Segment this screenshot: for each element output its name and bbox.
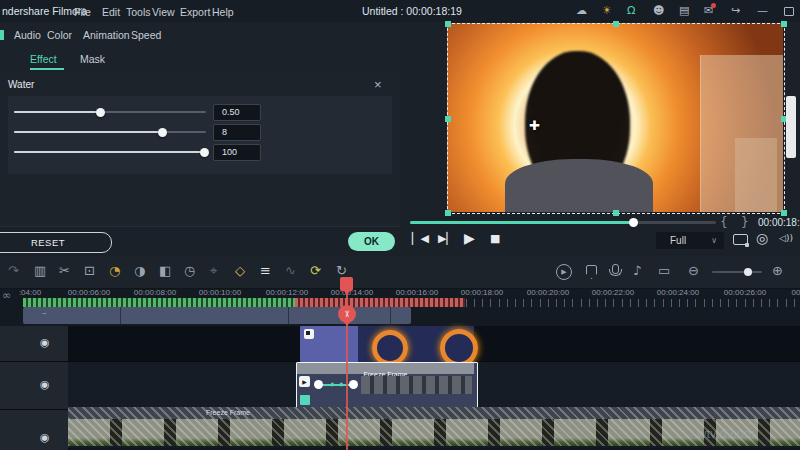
keyframe-diamond[interactable]: ◆ xyxy=(330,381,335,387)
keyframe-dot[interactable] xyxy=(314,380,323,389)
audio-mixer-icon[interactable]: ♪ xyxy=(633,264,641,277)
previous-frame-button[interactable]: ▏◀ xyxy=(412,232,429,245)
minimize-icon[interactable]: — xyxy=(757,5,768,16)
display-icon[interactable] xyxy=(733,234,748,245)
effect-value-field[interactable]: 0.50 xyxy=(213,104,261,121)
keyframe-icon[interactable]: ◇ xyxy=(235,264,245,277)
duration-icon[interactable]: ◷ xyxy=(184,264,195,277)
reverse-icon[interactable]: ↻ xyxy=(336,264,347,277)
menu-file[interactable]: File xyxy=(74,6,91,18)
preview-panel: ✚ { } 00:00:18:19 ▏◀▶▏▶■ Full ∨ ◎ ◁)) xyxy=(400,22,800,256)
keyframe-diamond[interactable]: ◆ xyxy=(339,381,344,387)
seek-handle[interactable] xyxy=(629,218,638,227)
playhead-handle[interactable] xyxy=(340,277,353,291)
stop-button[interactable]: ■ xyxy=(490,232,500,245)
tab-mask[interactable]: Mask xyxy=(80,53,105,65)
effect-value-field[interactable]: 100 xyxy=(213,144,261,161)
split-scissors-icon[interactable]: ✂ xyxy=(338,305,356,323)
reset-button[interactable]: RESET xyxy=(0,232,112,253)
keyframe-dot[interactable] xyxy=(349,380,358,389)
adjust-icon[interactable]: ≡ xyxy=(260,264,271,277)
freeze-frame-clip-selected[interactable]: Freeze Frame ▶ ◆ ◆ xyxy=(296,362,478,410)
effect-panel: Water × 0.508100 xyxy=(0,72,401,226)
support-icon[interactable]: Ω xyxy=(627,5,635,16)
ruler-label: 00:00:16:00 xyxy=(396,288,438,297)
selection-handle[interactable] xyxy=(445,210,451,216)
menu-help[interactable]: Help xyxy=(212,6,234,18)
selection-frame[interactable] xyxy=(447,23,785,214)
account-icon[interactable]: ☻ xyxy=(653,5,664,16)
green-screen-icon[interactable]: ◧ xyxy=(159,264,171,277)
speed-icon[interactable]: ◔ xyxy=(109,264,120,277)
tab-audio[interactable]: Audio xyxy=(14,29,41,41)
tab-animation[interactable]: Animation xyxy=(83,29,130,41)
effect-slider-fill xyxy=(14,151,204,153)
timeline-zoom-slider[interactable] xyxy=(712,271,762,273)
menu-view[interactable]: View xyxy=(152,6,175,18)
freeze-frame-clip-bottom-filmstrip[interactable] xyxy=(68,419,800,446)
cloud-icon[interactable]: ☁ xyxy=(576,5,587,16)
tab-effect[interactable]: Effect xyxy=(30,53,57,65)
selection-handle[interactable] xyxy=(781,210,787,216)
delete-icon[interactable]: ▥ xyxy=(34,264,46,277)
track2-visibility-icon[interactable]: ◉ xyxy=(40,378,50,391)
effect-slider-fill xyxy=(14,111,100,113)
render-preview-icon[interactable]: ▶ xyxy=(556,264,572,280)
marker-icon[interactable]: ▭ xyxy=(658,264,670,277)
zoom-in-icon[interactable]: ⊕ xyxy=(772,264,783,277)
color-match-icon[interactable]: ◑ xyxy=(134,264,145,277)
volume-icon[interactable]: ◁)) xyxy=(779,234,793,243)
effect-slider-handle[interactable] xyxy=(96,108,105,117)
selection-handle[interactable] xyxy=(613,21,619,27)
zoom-out-icon[interactable]: ⊖ xyxy=(688,264,699,277)
seek-progress xyxy=(410,221,633,224)
clip-color-tag xyxy=(300,395,310,405)
selection-handle[interactable] xyxy=(613,210,619,216)
mark-in-icon[interactable]: { xyxy=(720,215,728,229)
collapse-icon[interactable]: – xyxy=(42,309,47,318)
track3-visibility-icon[interactable]: ◉ xyxy=(40,336,50,349)
ruler-label: 00:00:26:00 xyxy=(724,288,766,297)
clip-play-icon[interactable]: ▶ xyxy=(299,376,310,387)
cut-icon[interactable]: ✂ xyxy=(59,264,70,277)
messages-icon[interactable]: ✉ xyxy=(704,5,713,16)
freeze-frame-clip-bottom-title[interactable]: Freeze Frame xyxy=(68,407,800,419)
restore-icon[interactable] xyxy=(784,7,794,16)
save-icon[interactable]: ▤ xyxy=(679,5,689,16)
close-icon[interactable]: × xyxy=(374,77,382,92)
tab-color[interactable]: Color xyxy=(47,29,72,41)
selection-handle[interactable] xyxy=(781,21,787,27)
shield-icon[interactable] xyxy=(586,265,597,279)
partial-tab[interactable] xyxy=(0,30,4,40)
motion-track-icon[interactable]: ⌖ xyxy=(210,264,217,277)
clip-filmstrip xyxy=(361,376,472,394)
motion-icon[interactable]: ⟳ xyxy=(310,264,321,277)
next-frame-button[interactable]: ▶▏ xyxy=(438,232,455,245)
tab-speed[interactable]: Speed xyxy=(131,29,161,41)
overview-divider xyxy=(390,307,391,324)
mic-icon[interactable] xyxy=(612,264,619,274)
ok-button[interactable]: OK xyxy=(348,232,395,251)
audio-sync-icon[interactable]: ∿ xyxy=(285,264,296,277)
snapshot-icon[interactable]: ◎ xyxy=(756,231,768,245)
login-icon[interactable]: ↪ xyxy=(731,5,740,16)
selection-handle[interactable] xyxy=(445,116,451,122)
pip-video-clip[interactable] xyxy=(300,326,474,362)
track1-visibility-icon[interactable]: ◉ xyxy=(40,431,50,444)
lightbulb-icon[interactable]: ☀ xyxy=(602,5,612,16)
crop-icon[interactable]: ⊡ xyxy=(84,264,95,277)
effect-value-field[interactable]: 8 xyxy=(213,124,261,141)
effect-slider-handle[interactable] xyxy=(158,128,167,137)
effect-slider-handle[interactable] xyxy=(200,148,209,157)
undo-icon[interactable]: ↷ xyxy=(8,264,19,277)
menu-export[interactable]: Export xyxy=(180,6,210,18)
mark-out-icon[interactable]: } xyxy=(741,215,749,229)
play-button[interactable]: ▶ xyxy=(464,230,475,246)
menu-tools[interactable]: Tools xyxy=(126,6,151,18)
timeline-zoom-handle[interactable] xyxy=(744,268,752,276)
menu-edit[interactable]: Edit xyxy=(102,6,120,18)
link-icon[interactable]: ∞ xyxy=(2,290,11,301)
quality-dropdown[interactable]: Full ∨ xyxy=(656,232,724,249)
selection-handle[interactable] xyxy=(445,21,451,27)
seek-bar[interactable] xyxy=(410,221,716,224)
